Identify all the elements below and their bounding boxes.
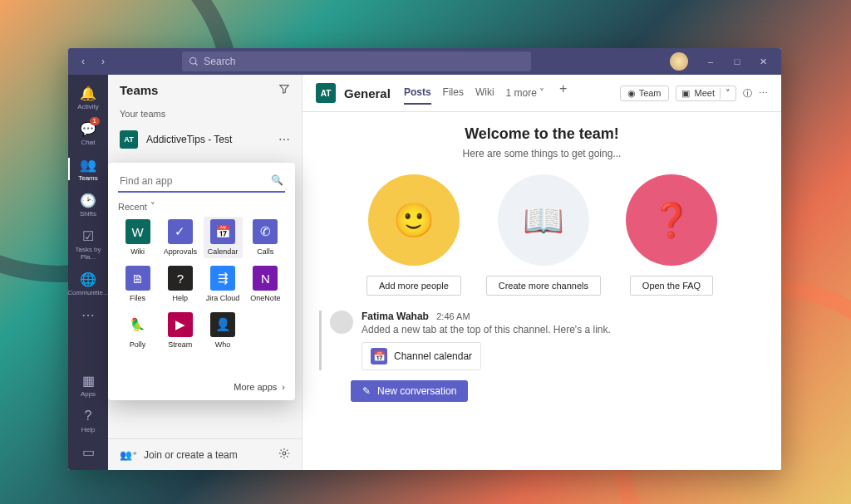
app-label: Help bbox=[173, 294, 189, 302]
app-label: Polly bbox=[130, 340, 146, 349]
channel-title: General bbox=[344, 86, 391, 100]
app-icon: 🦜 bbox=[125, 312, 150, 337]
app-files[interactable]: 🗎Files bbox=[118, 263, 157, 305]
new-conversation-button[interactable]: ✎ New conversation bbox=[351, 380, 468, 402]
svg-point-0 bbox=[190, 58, 197, 65]
post-text: Added a new tab at the top of this chann… bbox=[362, 324, 611, 335]
app-help[interactable]: ?Help bbox=[160, 263, 199, 305]
app-jira-cloud[interactable]: ⇶Jira Cloud bbox=[204, 263, 243, 305]
welcome-graphic-channels: 📖 bbox=[498, 174, 589, 266]
nav-forward-button[interactable]: › bbox=[93, 51, 113, 71]
find-app-input[interactable] bbox=[118, 171, 285, 193]
rail-label: Communitie... bbox=[68, 289, 109, 296]
rail-chat[interactable]: 1 💬 Chat bbox=[68, 115, 108, 151]
rail-label: Apps bbox=[81, 390, 96, 398]
chat-badge: 1 bbox=[90, 117, 100, 125]
channel-header: AT General Posts Files Wiki 1 more ˅ + ◉… bbox=[303, 75, 781, 112]
app-icon: W bbox=[125, 219, 150, 244]
app-icon: N bbox=[253, 266, 278, 291]
channel-more-button[interactable]: ⋯ bbox=[759, 88, 768, 99]
tab-more[interactable]: 1 more ˅ bbox=[506, 81, 544, 105]
minimize-button[interactable]: – bbox=[698, 51, 723, 71]
rail-more[interactable]: ⋯ bbox=[68, 301, 108, 328]
info-button[interactable]: ⓘ bbox=[743, 87, 752, 100]
search-icon: 🔍 bbox=[271, 174, 283, 186]
rail-tasks[interactable]: ☑ Tasks by Pla... bbox=[68, 223, 108, 266]
app-onenote[interactable]: NOneNote bbox=[246, 263, 285, 305]
compose-icon: ✎ bbox=[362, 385, 371, 397]
eye-icon: ◉ bbox=[627, 88, 636, 99]
manage-teams-button[interactable] bbox=[278, 448, 290, 462]
recent-section[interactable]: Recent˅ bbox=[118, 201, 285, 212]
tab-wiki[interactable]: Wiki bbox=[475, 81, 494, 105]
app-wiki[interactable]: WWiki bbox=[118, 217, 157, 258]
tab-more-label: 1 more bbox=[506, 87, 537, 99]
team-pill-label: Team bbox=[639, 88, 662, 98]
app-label: Calendar bbox=[208, 247, 239, 256]
channel-pane: AT General Posts Files Wiki 1 more ˅ + ◉… bbox=[303, 75, 781, 470]
open-faq-button[interactable]: Open the FAQ bbox=[630, 276, 713, 296]
recent-label: Recent bbox=[118, 202, 147, 212]
post-item: Fatima Wahab 2:46 AM Added a new tab at … bbox=[319, 311, 765, 370]
create-channels-button[interactable]: Create more channels bbox=[486, 276, 601, 296]
team-visibility-pill[interactable]: ◉Team bbox=[620, 86, 669, 101]
join-team-icon: 👥⁺ bbox=[120, 449, 137, 461]
nav-back-button[interactable]: ‹ bbox=[73, 51, 93, 71]
meet-button[interactable]: ▣ Meet ˅ bbox=[676, 86, 736, 101]
app-picker-popup: 🔍 Recent˅ WWiki✓Approvals📅Calendar✆Calls… bbox=[108, 163, 295, 400]
channel-content: Welcome to the team! Here are some thing… bbox=[303, 112, 781, 470]
video-icon: ▣ bbox=[681, 88, 690, 99]
app-who[interactable]: 👤Who bbox=[204, 310, 243, 351]
rail-shifts[interactable]: 🕑 Shifts bbox=[68, 187, 108, 223]
chevron-down-icon: ˅ bbox=[150, 201, 155, 212]
your-teams-label: Your teams bbox=[108, 105, 302, 125]
filter-button[interactable] bbox=[278, 83, 290, 97]
calendar-icon: 📅 bbox=[371, 348, 387, 365]
teams-icon: 👥 bbox=[80, 156, 96, 173]
tasks-icon: ☑ bbox=[80, 228, 96, 244]
rail-apps[interactable]: ▦ Apps bbox=[68, 367, 108, 403]
app-icon: ✆ bbox=[253, 219, 278, 244]
rail-communities[interactable]: 🌐 Communitie... bbox=[68, 266, 108, 301]
app-icon: 🗎 bbox=[125, 266, 150, 291]
team-row[interactable]: AT AddictiveTips - Test ⋯ bbox=[108, 125, 302, 154]
app-calendar[interactable]: 📅Calendar bbox=[204, 217, 243, 258]
panel-title: Teams bbox=[120, 83, 158, 97]
gear-icon bbox=[278, 448, 290, 459]
search-input[interactable]: Search bbox=[182, 51, 531, 71]
meet-chevron[interactable]: ˅ bbox=[720, 88, 730, 99]
app-approvals[interactable]: ✓Approvals bbox=[160, 217, 199, 258]
rail-teams[interactable]: 👥 Teams bbox=[68, 151, 108, 187]
team-more-button[interactable]: ⋯ bbox=[278, 133, 290, 146]
add-people-button[interactable]: Add more people bbox=[366, 276, 461, 296]
app-calls[interactable]: ✆Calls bbox=[246, 217, 285, 258]
app-label: Files bbox=[130, 294, 145, 302]
rail-help[interactable]: ? Help bbox=[68, 403, 108, 438]
rail-device[interactable]: ▭ bbox=[68, 438, 108, 465]
rail-label: Activity bbox=[77, 103, 98, 110]
app-grid: WWiki✓Approvals📅Calendar✆Calls🗎Files?Hel… bbox=[118, 217, 285, 351]
channel-avatar: AT bbox=[316, 83, 336, 103]
add-tab-button[interactable]: + bbox=[556, 81, 570, 105]
rail-activity[interactable]: 🔔 Activity bbox=[68, 80, 108, 115]
join-team-button[interactable]: Join or create a team bbox=[144, 449, 238, 461]
team-avatar: AT bbox=[120, 130, 138, 149]
communities-icon: 🌐 bbox=[80, 271, 96, 287]
apps-icon: ▦ bbox=[80, 372, 96, 389]
more-apps-button[interactable]: More apps › bbox=[118, 375, 285, 392]
tab-files[interactable]: Files bbox=[443, 81, 464, 105]
tab-posts[interactable]: Posts bbox=[404, 81, 431, 105]
welcome-graphic-people: 🙂 bbox=[368, 174, 460, 266]
maximize-button[interactable]: □ bbox=[725, 51, 750, 71]
post-author: Fatima Wahab bbox=[362, 311, 429, 322]
funnel-icon bbox=[278, 83, 290, 95]
titlebar: ‹ › Search – □ ✕ bbox=[68, 48, 781, 75]
post-attachment[interactable]: 📅 Channel calendar bbox=[362, 342, 481, 370]
user-avatar[interactable] bbox=[670, 52, 688, 71]
close-button[interactable]: ✕ bbox=[751, 51, 776, 71]
app-rail: 🔔 Activity 1 💬 Chat 👥 Teams 🕑 Shifts ☑ T… bbox=[68, 75, 108, 470]
rail-label: Shifts bbox=[80, 210, 96, 218]
app-polly[interactable]: 🦜Polly bbox=[118, 310, 157, 351]
app-stream[interactable]: ▶Stream bbox=[160, 310, 199, 351]
shifts-icon: 🕑 bbox=[80, 192, 96, 208]
